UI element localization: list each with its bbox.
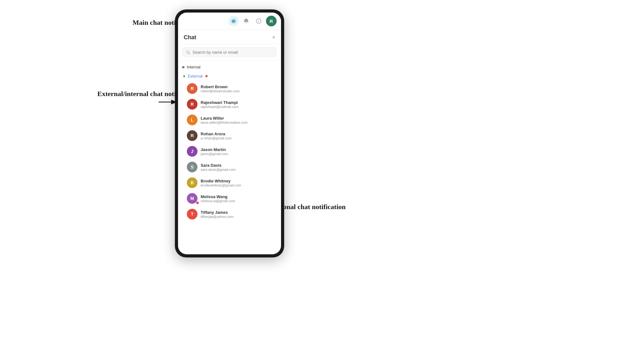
contact-email: sara.davis@gmail.com <box>201 168 235 171</box>
contact-list: ▶ Internal ▼ External RRobert Brownrober… <box>178 61 281 254</box>
contact-avatar: T <box>187 209 198 219</box>
svg-point-2 <box>233 21 234 21</box>
contact-item[interactable]: JJason Martinjason@gmail.com <box>178 143 281 159</box>
arrows-layer <box>0 0 644 362</box>
contact-avatar: B <box>187 177 198 188</box>
chat-icon <box>230 18 237 24</box>
contact-name: Laura Willer <box>201 116 247 121</box>
internal-section-row[interactable]: ▶ Internal <box>178 62 281 72</box>
contact-email: tiffanyjw@yahoo.com <box>201 215 234 219</box>
contacts-container: RRobert Brownrobert@dreamstudio.comRRaje… <box>178 81 281 222</box>
contact-item[interactable]: RRobert Brownrobert@dreamstudio.com <box>178 81 281 96</box>
contact-name: Brodie Whitney <box>201 179 241 183</box>
contact-email: a.rohan@gmail.com <box>201 136 232 140</box>
bell-nav-button[interactable] <box>241 16 252 26</box>
svg-point-3 <box>234 21 235 21</box>
contact-email: brodiewhitney@gmail.com <box>201 183 241 187</box>
contact-item[interactable]: LLaura Willerlaura.willer@thinkcreative.… <box>178 112 281 128</box>
contact-avatar: J <box>187 146 198 157</box>
contact-item[interactable]: BBrodie Whitneybrodiewhitney@gmail.com <box>178 175 281 191</box>
internal-section-label: Internal <box>187 65 200 69</box>
contact-name: Rajeshwari Thampi <box>201 100 239 105</box>
user-avatar-button[interactable]: R <box>266 16 277 26</box>
contact-avatar: L <box>187 115 198 125</box>
info-icon: i <box>256 18 262 24</box>
contact-avatar: R <box>187 99 198 110</box>
external-chevron-down-icon: ▼ <box>182 74 186 78</box>
contact-email: jason@gmail.com <box>201 152 228 156</box>
contact-name: Melissa Wang <box>201 194 235 199</box>
external-notification-dot <box>205 75 208 77</box>
phone-screen: i R Chat × <box>178 13 281 254</box>
top-nav: i R <box>178 13 281 30</box>
svg-text:i: i <box>258 19 259 23</box>
search-box <box>182 47 277 57</box>
contact-item[interactable]: RRohan Aroraa.rohan@gmail.com <box>178 128 281 143</box>
contact-name: Jason Martin <box>201 147 228 152</box>
search-icon <box>186 50 190 55</box>
bell-icon <box>243 18 249 24</box>
internal-chevron-right-icon: ▶ <box>182 65 185 69</box>
contact-email: laura.willer@thinkcreative.com <box>201 121 247 124</box>
personal-notification-dot <box>196 202 199 204</box>
contact-email: melissa.w@gmail.com <box>201 199 235 203</box>
contact-name: Tiffany James <box>201 210 234 215</box>
contact-avatar: R <box>187 130 198 141</box>
external-section-row[interactable]: ▼ External <box>178 72 281 81</box>
contact-item[interactable]: SSara Davissara.davis@gmail.com <box>178 159 281 175</box>
external-section-label: External <box>188 74 203 78</box>
contact-avatar: S <box>187 162 198 172</box>
chat-title: Chat <box>184 34 196 41</box>
info-nav-button[interactable]: i <box>253 16 264 26</box>
contact-name: Rohan Arora <box>201 132 232 136</box>
svg-point-1 <box>233 21 233 21</box>
contact-email: rajeshwari@outlook.com <box>201 105 239 109</box>
phone-device: i R Chat × <box>175 9 284 257</box>
chat-panel: Chat × <box>178 30 281 254</box>
search-input[interactable] <box>192 50 273 55</box>
close-icon: × <box>272 34 275 41</box>
contact-avatar: R <box>187 83 198 94</box>
chat-header: Chat × <box>178 30 281 44</box>
avatar-initial: R <box>270 19 273 24</box>
contact-email: robert@dreamstudio.com <box>201 89 240 93</box>
search-container <box>178 44 281 61</box>
phone-body: i R Chat × <box>175 9 284 257</box>
contact-item[interactable]: RRajeshwari Thampirajeshwari@outlook.com <box>178 96 281 112</box>
contact-avatar: M <box>187 193 198 204</box>
contact-item[interactable]: TTiffany Jamestiffanyjw@yahoo.com <box>178 206 281 222</box>
contact-name: Robert Brown <box>201 84 240 89</box>
contact-item[interactable]: MMelissa Wangmelissa.w@gmail.com <box>178 191 281 206</box>
contact-name: Sara Davis <box>201 163 235 168</box>
chat-close-button[interactable]: × <box>272 34 275 41</box>
chat-nav-button[interactable] <box>228 16 239 26</box>
